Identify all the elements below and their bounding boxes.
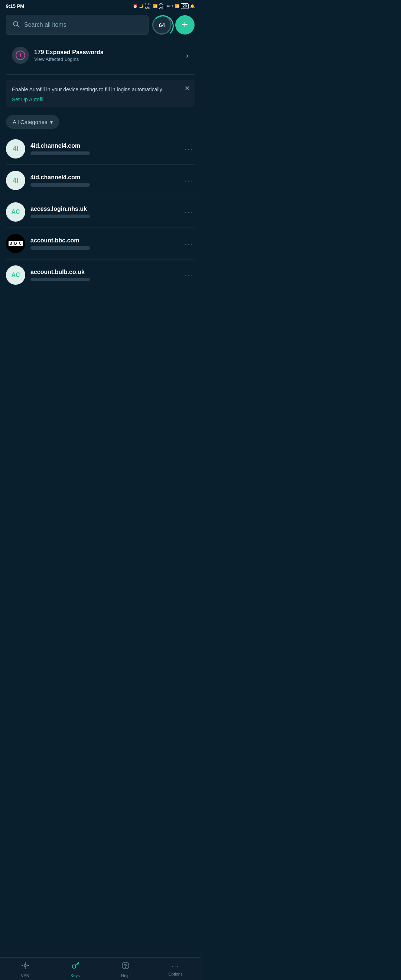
avatar: AC (6, 202, 25, 222)
battery-icon: 20 (181, 3, 189, 9)
notification-icon: 🔔 (190, 4, 194, 8)
network-type: 4G+ (167, 4, 173, 8)
item-list: 4I 4id.channel4.com ··· 4I 4id.channel4.… (0, 133, 200, 291)
avatar: 4I (6, 139, 25, 159)
autofill-text: Enable Autofill in your device settings … (12, 86, 189, 94)
category-chevron-icon: ▾ (50, 119, 53, 125)
search-icon (12, 21, 20, 29)
vo-wifi: VoWiFi (159, 2, 165, 10)
item-title: account.bulb.co.uk (30, 269, 178, 275)
avatar: 4I (6, 171, 25, 190)
item-more-button[interactable]: ··· (183, 269, 194, 281)
item-more-button[interactable]: ··· (183, 238, 194, 250)
header: Search all items 64 + (0, 11, 200, 39)
item-subtitle (30, 183, 90, 187)
list-item[interactable]: AC access.login.nhs.uk ··· (6, 196, 194, 228)
exposed-passwords-banner[interactable]: ! 179 Exposed Passwords View Affected Lo… (6, 41, 194, 69)
item-text: 4id.channel4.com (30, 143, 178, 155)
item-text: access.login.nhs.uk (30, 206, 178, 218)
exposed-title: 179 Exposed Passwords (34, 49, 181, 56)
exposed-icon-wrap: ! (12, 47, 29, 64)
item-text: 4id.channel4.com (30, 174, 178, 187)
network-speed: 1.19K/S (145, 2, 151, 10)
svg-line-1 (18, 25, 19, 27)
status-time: 9:15 PM (6, 3, 24, 9)
item-subtitle (30, 278, 90, 282)
moon-icon: 🌙 (139, 4, 143, 8)
categories-row: All Categories ▾ (0, 111, 200, 133)
search-placeholder: Search all items (24, 22, 67, 28)
exposed-subtitle: View Affected Logins (34, 56, 181, 62)
svg-text:!: ! (19, 52, 21, 58)
item-subtitle (30, 215, 90, 218)
add-item-button[interactable]: + (175, 15, 194, 35)
exposed-text: 179 Exposed Passwords View Affected Logi… (34, 49, 181, 62)
bbc-logo: BBC (8, 241, 22, 246)
status-icons: ⏰ 🌙 1.19K/S 📶 VoWiFi 4G+ 📶 20 🔔 (133, 2, 194, 10)
list-item[interactable]: 4I 4id.channel4.com ··· (6, 133, 194, 165)
status-bar: 9:15 PM ⏰ 🌙 1.19K/S 📶 VoWiFi 4G+ 📶 20 🔔 (0, 0, 200, 11)
item-subtitle (30, 246, 90, 250)
autofill-setup-link[interactable]: Set Up Autofill (12, 97, 189, 102)
autofill-close-button[interactable]: ✕ (185, 84, 190, 92)
item-text: account.bulb.co.uk (30, 269, 178, 282)
signal-icon: 📶 (175, 4, 179, 8)
divider-1 (6, 74, 194, 75)
item-more-button[interactable]: ··· (183, 207, 194, 218)
alarm-icon: ⏰ (133, 4, 137, 8)
all-categories-button[interactable]: All Categories ▾ (6, 115, 59, 129)
exposed-chevron-icon: › (186, 51, 189, 60)
wifi-icon: 📶 (153, 4, 158, 8)
item-title: 4id.channel4.com (30, 174, 178, 181)
vault-count-button[interactable]: 64 (152, 15, 172, 35)
avatar: AC (6, 266, 25, 285)
list-item[interactable]: AC account.bulb.co.uk ··· (6, 259, 194, 291)
search-bar[interactable]: Search all items (6, 15, 148, 35)
item-more-button[interactable]: ··· (183, 175, 194, 186)
list-item[interactable]: 4I 4id.channel4.com ··· (6, 165, 194, 196)
item-more-button[interactable]: ··· (183, 143, 194, 155)
warning-icon: ! (16, 51, 25, 60)
item-title: account.bbc.com (30, 237, 178, 244)
category-label: All Categories (13, 119, 47, 125)
item-subtitle (30, 151, 90, 155)
avatar: BBC (6, 234, 25, 253)
autofill-notice: ✕ Enable Autofill in your device setting… (6, 80, 194, 107)
item-text: account.bbc.com (30, 237, 178, 250)
item-title: access.login.nhs.uk (30, 206, 178, 212)
list-item[interactable]: BBC account.bbc.com ··· (6, 228, 194, 259)
item-title: 4id.channel4.com (30, 143, 178, 149)
